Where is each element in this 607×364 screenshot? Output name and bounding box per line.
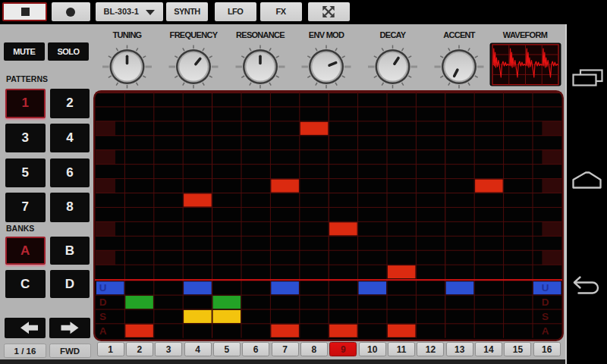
svg-text:D: D (542, 297, 549, 308)
svg-text:A: A (99, 325, 107, 337)
svg-text:U: U (99, 282, 107, 293)
svg-text:D: D (99, 297, 107, 308)
svg-text:A: A (542, 325, 549, 337)
svg-text:U: U (542, 282, 549, 293)
svg-text:S: S (99, 311, 106, 322)
svg-text:S: S (542, 311, 549, 322)
